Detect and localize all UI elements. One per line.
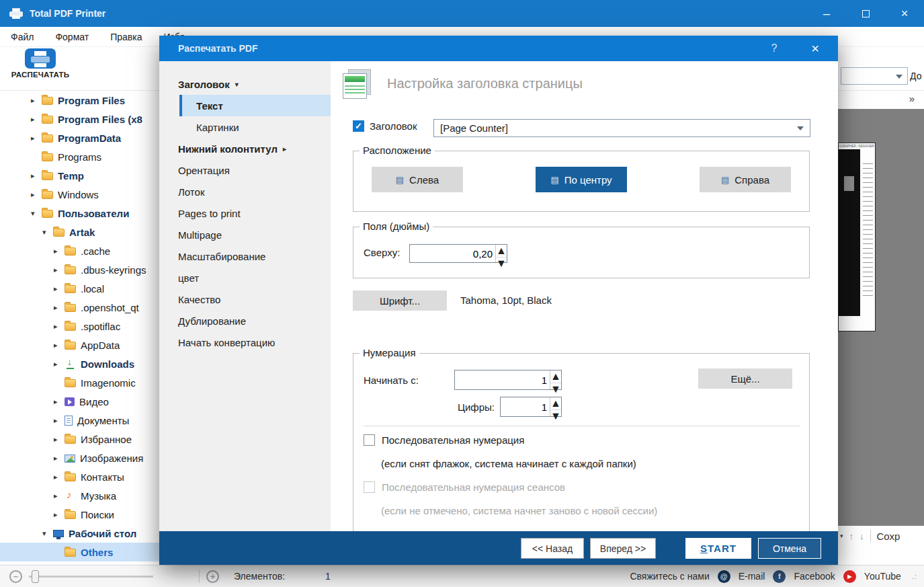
nav-scaling[interactable]: Масштабирование bbox=[159, 245, 331, 267]
folder-icon bbox=[42, 153, 53, 161]
expand-icon[interactable]: ▸ bbox=[54, 266, 65, 274]
more-button[interactable]: Ещё... bbox=[698, 368, 792, 389]
cancel-button[interactable]: Отмена bbox=[758, 538, 821, 559]
zoom-slider[interactable] bbox=[29, 576, 153, 578]
expand-icon[interactable]: ▸ bbox=[54, 360, 65, 368]
menu-format[interactable]: Формат bbox=[44, 27, 99, 47]
margin-top-input[interactable] bbox=[410, 245, 495, 262]
maximize-button[interactable] bbox=[846, 0, 885, 27]
folder-icon bbox=[65, 247, 76, 256]
folder-icon bbox=[42, 210, 53, 218]
print-button[interactable]: РАСПЕЧАТАТЬ bbox=[5, 48, 75, 89]
tree-item-label: .local bbox=[81, 283, 104, 295]
sequential-sessions-label: Последовательная нумерация сеансов bbox=[382, 481, 565, 493]
menu-edit[interactable]: Правка bbox=[99, 27, 153, 47]
align-left-button[interactable]: ▤ Слева bbox=[372, 167, 463, 192]
youtube-icon[interactable]: ▶ bbox=[843, 570, 856, 583]
nav-label: Картинки bbox=[196, 122, 239, 133]
email-icon[interactable]: @ bbox=[718, 570, 730, 583]
forward-button[interactable]: Вперед >> bbox=[590, 538, 656, 559]
start-with-input[interactable] bbox=[455, 370, 550, 389]
dialog-close-button[interactable]: × bbox=[802, 36, 829, 61]
expand-icon[interactable]: ▸ bbox=[54, 303, 65, 312]
help-button[interactable]: ? bbox=[763, 36, 786, 61]
youtube-link[interactable]: YouTube bbox=[864, 571, 901, 582]
expand-icon[interactable]: ▸ bbox=[54, 341, 65, 350]
font-button[interactable]: Шрифт... bbox=[353, 290, 447, 311]
contact-us-link[interactable]: Свяжитесь с нами bbox=[630, 571, 709, 582]
nav-quality[interactable]: Качество bbox=[159, 288, 331, 310]
menu-file[interactable]: Файл bbox=[0, 27, 44, 47]
nav-color[interactable]: цвет bbox=[159, 267, 331, 288]
expand-icon[interactable]: ▸ bbox=[54, 435, 65, 444]
minimize-button[interactable]: – bbox=[807, 0, 846, 27]
nav-tray[interactable]: Лоток bbox=[159, 181, 331, 202]
nav-header-section[interactable]: Заголовок ▾ bbox=[159, 73, 331, 95]
folder-icon bbox=[65, 511, 76, 519]
items-count-label: Элементов: bbox=[234, 571, 285, 582]
facebook-icon[interactable]: f bbox=[773, 570, 786, 583]
expand-icon[interactable]: ▸ bbox=[31, 134, 42, 143]
page-title: Настройка заголовка страницы bbox=[387, 76, 583, 91]
tree-item-label: Видео bbox=[79, 396, 109, 407]
zoom-out-button[interactable]: − bbox=[9, 570, 22, 583]
expand-icon[interactable]: ▸ bbox=[54, 492, 65, 500]
tree-item-label: Контакты bbox=[81, 471, 124, 483]
nav-pages-to-print[interactable]: Pages to print bbox=[159, 202, 331, 224]
chevron-down-icon[interactable]: ▾ bbox=[840, 533, 843, 539]
expand-icon[interactable]: ▸ bbox=[54, 284, 65, 293]
target-combobox[interactable] bbox=[841, 67, 908, 85]
expand-icon[interactable]: ▸ bbox=[54, 322, 65, 331]
spin-down-icon[interactable]: ▼ bbox=[550, 383, 561, 395]
collapse-icon[interactable]: ▾ bbox=[31, 209, 42, 218]
sequential-numbering-checkbox[interactable] bbox=[364, 434, 375, 446]
expand-icon[interactable]: ▸ bbox=[31, 96, 42, 105]
align-center-button[interactable]: ▤ По центру bbox=[536, 167, 627, 192]
expand-icon[interactable]: ▸ bbox=[31, 171, 42, 180]
collapse-icon[interactable]: ▾ bbox=[42, 228, 53, 237]
expand-icon[interactable]: ▸ bbox=[54, 454, 65, 463]
expand-icon[interactable]: ▸ bbox=[54, 247, 65, 256]
nav-start-conversion[interactable]: Начать конвертацию bbox=[159, 331, 331, 353]
arrow-down-icon[interactable]: ↓ bbox=[859, 531, 864, 541]
spin-down-icon[interactable]: ▼ bbox=[550, 410, 561, 422]
expand-icon[interactable]: ▸ bbox=[54, 473, 65, 481]
nav-orientation[interactable]: Орентация bbox=[159, 159, 331, 181]
expand-icon[interactable]: ▸ bbox=[31, 115, 42, 124]
align-right-button[interactable]: ▤ Справа bbox=[700, 167, 791, 192]
expand-icon[interactable]: ▸ bbox=[31, 190, 42, 199]
expand-icon[interactable]: ▸ bbox=[54, 510, 65, 519]
expand-icon[interactable]: ▸ bbox=[54, 397, 65, 406]
start-button[interactable]: START bbox=[685, 538, 751, 559]
header-text-combobox[interactable]: [Page Counter] bbox=[433, 119, 810, 137]
spin-up-icon[interactable]: ▲ bbox=[550, 397, 561, 410]
margin-top-spinner[interactable]: ▲▼ bbox=[409, 244, 507, 263]
header-checkbox[interactable]: ✓ bbox=[353, 120, 364, 132]
zoom-slider-handle[interactable] bbox=[32, 570, 39, 583]
more-chevron-icon[interactable]: » bbox=[909, 93, 915, 104]
spin-up-icon[interactable]: ▲ bbox=[550, 370, 561, 383]
zoom-in-button[interactable]: + bbox=[206, 570, 219, 583]
start-with-spinner[interactable]: ▲▼ bbox=[454, 370, 562, 390]
dialog-content: Настройка заголовка страницы ✓ Заголовок… bbox=[331, 61, 838, 531]
collapse-icon[interactable]: ▾ bbox=[42, 529, 53, 538]
email-link[interactable]: E-mail bbox=[739, 571, 765, 582]
back-button[interactable]: << Назад bbox=[521, 538, 584, 559]
expand-icon[interactable]: ▸ bbox=[54, 416, 65, 425]
nav-text[interactable]: Текст bbox=[179, 95, 331, 116]
digits-spinner[interactable]: ▲▼ bbox=[500, 397, 562, 417]
sequential-sessions-note: (если не отмечено, система начнет заново… bbox=[381, 505, 657, 516]
save-button[interactable]: Сохр bbox=[877, 531, 900, 542]
nav-footer-section[interactable]: Нижний колонтитул ▸ bbox=[159, 138, 331, 159]
nav-pictures[interactable]: Картинки bbox=[179, 116, 331, 138]
facebook-link[interactable]: Facebook bbox=[794, 571, 835, 582]
nav-multipage[interactable]: Multipage bbox=[159, 224, 331, 245]
arrow-up-icon[interactable]: ↑ bbox=[849, 531, 854, 541]
spin-down-icon[interactable]: ▼ bbox=[496, 258, 507, 270]
tree-item-label: Музыка bbox=[81, 490, 116, 502]
nav-duplex[interactable]: Дублирование bbox=[159, 310, 331, 331]
folder-icon bbox=[42, 134, 53, 143]
spin-up-icon[interactable]: ▲ bbox=[496, 245, 507, 258]
close-button[interactable]: × bbox=[885, 0, 924, 27]
digits-input[interactable] bbox=[501, 397, 550, 416]
